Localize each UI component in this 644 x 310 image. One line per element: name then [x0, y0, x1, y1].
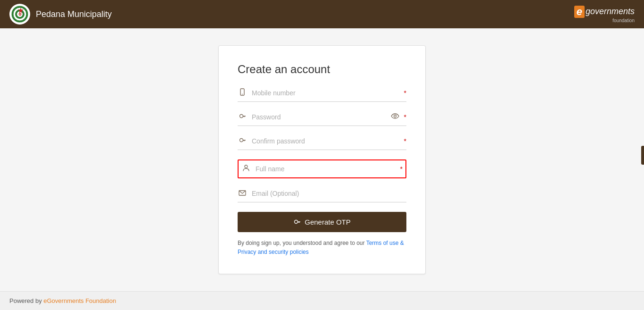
full-name-required: * — [400, 165, 403, 173]
confirm-password-required: * — [404, 137, 406, 145]
mobile-input[interactable] — [252, 87, 401, 99]
brand-e-letter: e — [574, 6, 585, 18]
brand-logo: e governments foundation — [574, 6, 635, 23]
brand-governments-text: governments — [586, 7, 635, 17]
password-input[interactable] — [252, 111, 391, 123]
password-field-container: * — [238, 111, 406, 126]
password-eye-icon[interactable] — [391, 113, 399, 121]
terms-prefix: By doing sign up, you understood and agr… — [238, 240, 366, 246]
email-field-container — [238, 188, 406, 202]
app-header: ✿ Pedana Municipality e governments foun… — [0, 0, 644, 28]
svg-point-12 — [394, 115, 396, 117]
generate-otp-label: Generate OTP — [305, 218, 351, 226]
svg-point-17 — [245, 165, 248, 168]
email-input[interactable] — [252, 188, 406, 199]
svg-text:✿: ✿ — [18, 12, 22, 17]
terms-of-use-link[interactable]: Terms of use & — [366, 240, 404, 246]
mobile-field-container: * — [238, 87, 406, 102]
mobile-icon — [238, 88, 247, 98]
confirm-password-icon — [238, 136, 247, 146]
powered-by-text: Powered by — [9, 297, 43, 304]
svg-point-13 — [240, 138, 243, 142]
email-icon — [238, 189, 247, 198]
svg-rect-7 — [242, 94, 243, 94]
create-account-card: Create an account * — [218, 45, 426, 274]
password-icon — [238, 112, 247, 122]
app-footer: Powered by eGovernments Foundation — [0, 291, 644, 310]
generate-otp-button[interactable]: Generate OTP — [238, 212, 406, 232]
header-left: ✿ Pedana Municipality — [9, 4, 112, 25]
full-name-input[interactable] — [256, 163, 397, 175]
main-content: Create an account * — [0, 28, 644, 291]
terms-container: By doing sign up, you understood and agr… — [238, 239, 406, 257]
confirm-password-input[interactable] — [252, 135, 401, 147]
full-name-field-container: * — [238, 159, 406, 178]
brand-foundation-text: foundation — [612, 18, 635, 23]
header-title: Pedana Municipality — [36, 9, 112, 19]
mobile-required: * — [404, 89, 406, 97]
password-required: * — [404, 113, 406, 121]
egovernments-link[interactable]: eGovernments Foundation — [43, 297, 116, 304]
scrollbar-indicator — [641, 146, 644, 165]
svg-point-8 — [240, 114, 243, 117]
full-name-icon — [241, 164, 251, 174]
org-logo: ✿ — [9, 4, 30, 25]
form-title: Create an account — [238, 63, 406, 76]
privacy-policy-link[interactable]: Privacy and security policies — [238, 249, 309, 255]
svg-point-19 — [295, 220, 298, 224]
confirm-password-field-container: * — [238, 135, 406, 150]
